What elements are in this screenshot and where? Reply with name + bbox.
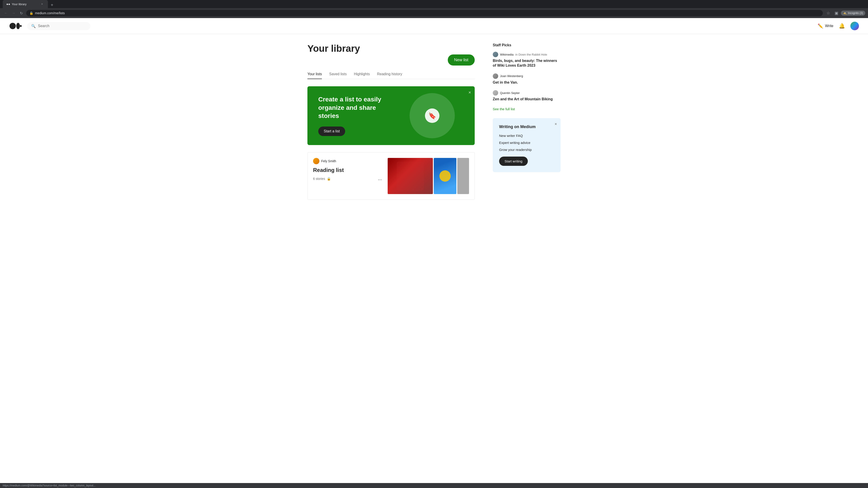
reading-list-card: Fely Smith Reading list 6 stories 🔒 … xyxy=(307,152,475,200)
pick-avatar-3 xyxy=(493,90,498,96)
search-bar[interactable]: 🔍 Search xyxy=(27,22,90,30)
write-button[interactable]: ✏️ Write xyxy=(817,23,833,29)
pick-author-2: Joan Westenberg xyxy=(500,74,523,78)
write-icon: ✏️ xyxy=(817,23,823,29)
browser-chrome: ●● Your library × + ← → ↻ 🔒 medium.com/m… xyxy=(0,0,868,18)
pick-avatar-1 xyxy=(493,52,498,57)
pick-title-2[interactable]: Get in the Van. xyxy=(493,80,561,85)
browser-action-icons: ☆ ▣ 🕵 Incognito (3) xyxy=(825,9,865,17)
tab-title: Your library xyxy=(12,2,26,6)
see-full-list-link[interactable]: See the full list xyxy=(493,107,561,111)
pick-author-3: Quentin Septer xyxy=(500,91,520,95)
header-right: ✏️ Write 🔔 xyxy=(817,22,859,30)
create-list-banner: × Create a list to easily organize and s… xyxy=(307,86,475,145)
notification-icon[interactable]: 🔔 xyxy=(839,23,845,29)
pick-title-1[interactable]: Birds, bugs, and beauty: The winners of … xyxy=(493,59,561,68)
tab-highlights[interactable]: Highlights xyxy=(354,72,370,79)
tab-saved-lists[interactable]: Saved lists xyxy=(329,72,346,79)
tab-reading-history[interactable]: Reading history xyxy=(377,72,402,79)
thumbnail-grid xyxy=(388,158,469,194)
thumbnail-christmas xyxy=(388,158,433,194)
logo[interactable] xyxy=(9,22,22,30)
thumbnail-blue xyxy=(434,158,456,194)
staff-pick-item-3: Quentin Septer Zen and the Art of Mounta… xyxy=(493,90,561,102)
banner-text: Create a list to easily organize and sha… xyxy=(318,95,401,136)
stories-count: 6 stories xyxy=(313,177,325,181)
writing-card-close-button[interactable]: × xyxy=(555,122,557,127)
staff-pick-item-1: Wikimedia in Down the Rabbit Hole Birds,… xyxy=(493,52,561,68)
author-name: Fely Smith xyxy=(321,159,336,163)
back-button[interactable]: ← xyxy=(3,10,9,16)
incognito-badge[interactable]: 🕵 Incognito (3) xyxy=(841,11,865,15)
svg-point-2 xyxy=(20,25,22,27)
main-layout: Your library New list Your lists Saved l… xyxy=(298,34,569,209)
address-bar[interactable]: 🔒 medium.com/me/lists xyxy=(26,10,823,16)
forward-button[interactable]: → xyxy=(10,10,17,16)
staff-picks-title: Staff Picks xyxy=(493,43,561,47)
pick-author-1: Wikimedia xyxy=(500,53,514,56)
banner-title: Create a list to easily organize and sha… xyxy=(318,95,391,120)
search-icon: 🔍 xyxy=(31,24,36,28)
start-list-button[interactable]: Start a list xyxy=(318,127,345,136)
bookmark-add-icon: 🔖 xyxy=(425,108,439,123)
lock-icon: 🔒 xyxy=(29,11,33,15)
sidebar: Staff Picks Wikimedia in Down the Rabbit… xyxy=(493,43,561,200)
list-title[interactable]: Reading list xyxy=(313,167,382,173)
main-content: Your library New list Your lists Saved l… xyxy=(307,43,475,200)
more-options-icon[interactable]: … xyxy=(378,176,382,181)
reading-list-info: Fely Smith Reading list 6 stories 🔒 … xyxy=(313,158,382,194)
bookmark-icon[interactable]: ☆ xyxy=(825,9,832,17)
tab-favicon: ●● xyxy=(6,2,10,6)
writing-on-medium-card: × Writing on Medium New writer FAQ Exper… xyxy=(493,118,561,172)
pick-author-row-1: Wikimedia in Down the Rabbit Hole xyxy=(493,52,561,57)
pick-author-row-2: Joan Westenberg xyxy=(493,73,561,79)
author-row: Fely Smith xyxy=(313,158,382,164)
staff-pick-item-2: Joan Westenberg Get in the Van. xyxy=(493,73,561,85)
url-text: medium.com/me/lists xyxy=(35,11,65,15)
thumbnail-third xyxy=(457,158,469,194)
lock-icon: 🔒 xyxy=(327,177,331,181)
sidebar-icon[interactable]: ▣ xyxy=(833,9,840,17)
banner-close-button[interactable]: × xyxy=(468,90,471,95)
tab-your-lists[interactable]: Your lists xyxy=(307,72,322,79)
page-content: 🔍 Search ✏️ Write 🔔 Your library New lis… xyxy=(0,18,868,479)
grow-readership-link[interactable]: Grow your readership xyxy=(499,148,554,152)
tab-bar: ●● Your library × + xyxy=(0,0,868,8)
writing-card-title: Writing on Medium xyxy=(499,125,554,129)
banner-circle: 🔖 xyxy=(410,93,455,138)
page-title: Your library xyxy=(307,43,360,54)
site-header: 🔍 Search ✏️ Write 🔔 xyxy=(0,18,868,34)
browser-tab[interactable]: ●● Your library × xyxy=(3,0,48,8)
search-placeholder: Search xyxy=(38,24,50,28)
new-writer-faq-link[interactable]: New writer FAQ xyxy=(499,134,554,138)
tabs: Your lists Saved lists Highlights Readin… xyxy=(307,72,475,79)
list-meta: 6 stories 🔒 … xyxy=(313,176,382,181)
pick-title-3[interactable]: Zen and the Art of Mountain Biking xyxy=(493,97,561,102)
pick-avatar-2 xyxy=(493,73,498,79)
reload-button[interactable]: ↻ xyxy=(18,10,24,16)
svg-point-0 xyxy=(9,23,16,29)
user-avatar[interactable] xyxy=(850,22,859,30)
pick-author-row-3: Quentin Septer xyxy=(493,90,561,96)
svg-point-1 xyxy=(16,23,20,29)
address-bar-row: ← → ↻ 🔒 medium.com/me/lists ☆ ▣ 🕵 Incogn… xyxy=(0,8,868,18)
incognito-label: Incognito (3) xyxy=(848,11,863,15)
pick-publication-1: in Down the Rabbit Hole xyxy=(515,53,547,56)
start-writing-button[interactable]: Start writing xyxy=(499,157,528,166)
banner-graphic: 🔖 xyxy=(401,95,464,136)
browser-nav-buttons: ← → ↻ xyxy=(3,10,24,16)
tab-close-button[interactable]: × xyxy=(40,2,44,6)
author-avatar xyxy=(313,158,319,164)
new-tab-button[interactable]: + xyxy=(49,2,55,8)
new-list-button[interactable]: New list xyxy=(448,55,475,66)
title-row: Your library New list xyxy=(307,43,475,63)
incognito-icon: 🕵 xyxy=(843,11,846,15)
expert-writing-advice-link[interactable]: Expert writing advice xyxy=(499,141,554,144)
write-label: Write xyxy=(825,24,833,28)
